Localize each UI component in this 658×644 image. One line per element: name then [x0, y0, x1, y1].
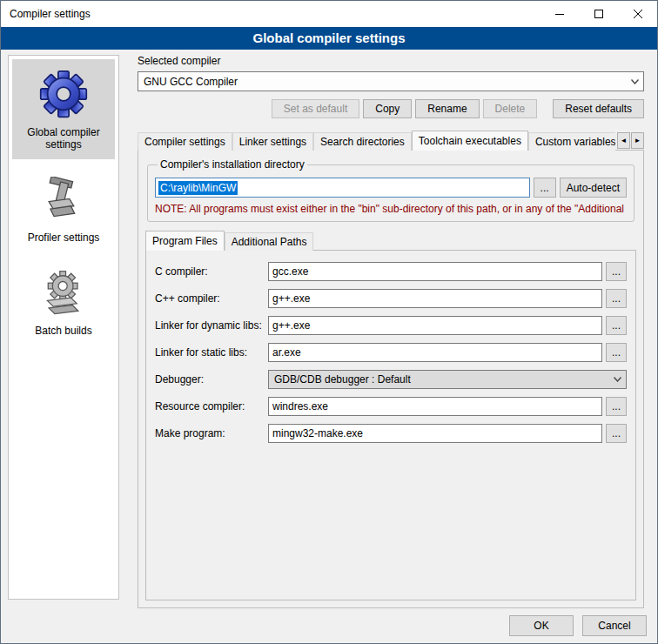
batch-builds-icon — [40, 270, 87, 317]
sidebar: Global compiler settings Profiler settin… — [8, 55, 119, 600]
cpp-compiler-input[interactable] — [268, 289, 602, 308]
debugger-label: Debugger: — [155, 373, 268, 386]
dynamic-linker-browse-button[interactable]: ... — [606, 316, 627, 335]
tab-search-directories[interactable]: Search directories — [313, 132, 412, 151]
make-program-browse-button[interactable]: ... — [606, 424, 627, 443]
minimize-icon — [555, 10, 564, 18]
close-button[interactable] — [618, 1, 657, 27]
copy-button[interactable]: Copy — [363, 99, 412, 118]
ok-button[interactable]: OK — [509, 615, 574, 636]
tab-custom-variables[interactable]: Custom variables — [528, 132, 615, 151]
dialog-footer: OK Cancel — [509, 615, 647, 636]
browse-directory-button[interactable]: ... — [534, 178, 556, 198]
installation-directory-value: C:\raylib\MinGW — [158, 181, 238, 195]
tab-toolchain-executables[interactable]: Toolchain executables — [412, 131, 528, 151]
c-compiler-browse-button[interactable]: ... — [606, 262, 627, 281]
debugger-combobox[interactable]: GDB/CDB debugger : Default — [268, 370, 627, 389]
page-title: Global compiler settings — [1, 27, 657, 50]
make-program-label: Make program: — [155, 427, 268, 439]
c-compiler-input[interactable] — [268, 262, 602, 281]
minimize-button[interactable] — [540, 1, 579, 27]
cpp-compiler-label: C++ compiler: — [155, 292, 268, 305]
cpp-compiler-row: C++ compiler: ... — [155, 289, 627, 308]
selected-compiler-combobox[interactable]: GNU GCC Compiler — [138, 71, 644, 91]
maximize-button[interactable] — [579, 1, 618, 27]
installation-directory-label: Compiler's installation directory — [158, 158, 307, 171]
tab-scroll-right-icon[interactable]: ► — [631, 132, 644, 149]
installation-directory-input[interactable]: C:\raylib\MinGW — [155, 178, 530, 198]
note-text: NOTE: All programs must exist either in … — [155, 203, 627, 215]
main-content: Selected compiler GNU GCC Compiler Set a… — [138, 55, 644, 608]
debugger-value: GDB/CDB debugger : Default — [274, 373, 411, 386]
dynamic-linker-input[interactable] — [268, 316, 602, 335]
compiler-settings-window: Compiler settings Global compiler settin… — [0, 0, 658, 644]
make-program-input[interactable] — [268, 424, 602, 443]
cpp-compiler-browse-button[interactable]: ... — [606, 289, 627, 308]
toolchain-executables-page: Compiler's installation directory C:\ray… — [138, 150, 644, 608]
tabs-scroll-area: Compiler settings Linker settings Search… — [138, 131, 615, 151]
resource-compiler-label: Resource compiler: — [155, 400, 268, 413]
tab-scroll-buttons: ◄ ► — [617, 132, 644, 151]
tab-linker-settings[interactable]: Linker settings — [232, 132, 313, 151]
c-compiler-row: C compiler: ... — [155, 262, 627, 281]
rename-button[interactable]: Rename — [415, 99, 479, 118]
tab-compiler-settings[interactable]: Compiler settings — [138, 132, 232, 151]
maximize-icon — [594, 10, 603, 18]
programs-tabstrip: Program Files Additional Paths — [145, 231, 636, 251]
delete-button: Delete — [483, 99, 538, 118]
sidebar-item-profiler-settings[interactable]: Profiler settings — [12, 166, 115, 252]
titlebar[interactable]: Compiler settings — [1, 1, 657, 27]
sidebar-item-batch-builds[interactable]: Batch builds — [12, 259, 115, 345]
settings-tabstrip: Compiler settings Linker settings Search… — [138, 131, 644, 151]
static-linker-label: Linker for static libs: — [155, 346, 268, 359]
selected-compiler-value: GNU GCC Compiler — [144, 76, 238, 88]
sidebar-item-label: Global compiler settings — [14, 126, 113, 151]
program-files-panel: C compiler: ... C++ compiler: ... Linker… — [145, 250, 636, 600]
set-as-default-button: Set as default — [272, 99, 359, 118]
sidebar-item-global-compiler-settings[interactable]: Global compiler settings — [12, 59, 115, 159]
installation-directory-group: Compiler's installation directory C:\ray… — [147, 158, 634, 222]
static-linker-input[interactable] — [268, 343, 602, 362]
tab-additional-paths[interactable]: Additional Paths — [225, 232, 314, 251]
profiler-icon — [40, 177, 87, 224]
dropdown-arrow-icon — [626, 72, 643, 91]
debugger-row: Debugger: GDB/CDB debugger : Default — [155, 370, 627, 389]
installation-directory-row: C:\raylib\MinGW ... Auto-detect — [155, 178, 627, 198]
compiler-buttons-row: Set as default Copy Rename Delete Reset … — [138, 99, 644, 118]
resource-compiler-row: Resource compiler: ... — [155, 397, 627, 416]
auto-detect-button[interactable]: Auto-detect — [560, 178, 627, 198]
dropdown-arrow-icon — [608, 371, 626, 388]
close-icon — [634, 10, 642, 18]
tab-program-files[interactable]: Program Files — [145, 231, 225, 251]
resource-compiler-input[interactable] — [268, 397, 602, 416]
reset-defaults-button[interactable]: Reset defaults — [553, 99, 644, 118]
window-title: Compiler settings — [1, 8, 91, 20]
make-program-row: Make program: ... — [155, 424, 627, 443]
window-controls — [540, 1, 657, 27]
dynamic-linker-label: Linker for dynamic libs: — [155, 319, 268, 332]
sidebar-item-label: Profiler settings — [28, 231, 100, 244]
static-linker-row: Linker for static libs: ... — [155, 343, 627, 362]
cancel-button[interactable]: Cancel — [582, 615, 647, 636]
static-linker-browse-button[interactable]: ... — [606, 343, 627, 362]
selected-compiler-label: Selected compiler — [138, 55, 644, 67]
gear-icon — [39, 70, 88, 118]
sidebar-item-label: Batch builds — [35, 325, 91, 337]
dynamic-linker-row: Linker for dynamic libs: ... — [155, 316, 627, 335]
dialog-body: Global compiler settings Profiler settin… — [1, 50, 657, 643]
resource-compiler-browse-button[interactable]: ... — [606, 397, 627, 416]
c-compiler-label: C compiler: — [155, 265, 268, 278]
tab-scroll-left-icon[interactable]: ◄ — [617, 132, 630, 149]
